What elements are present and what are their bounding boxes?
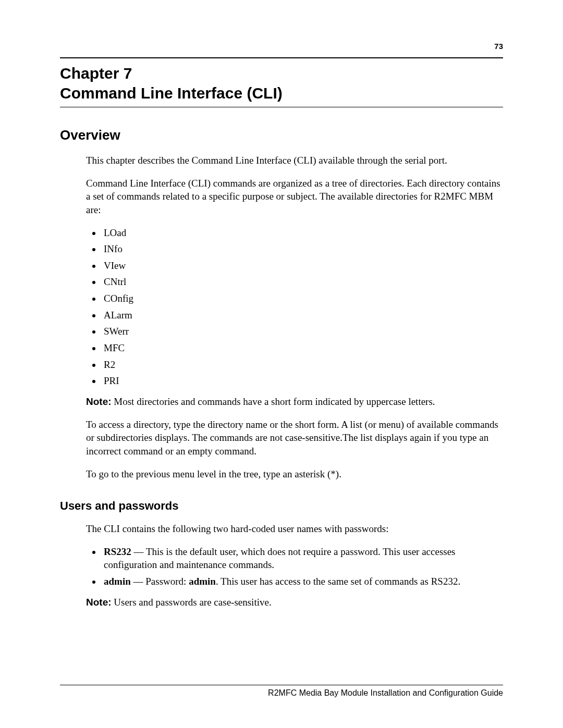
chapter-header: Chapter 7 Command Line Interface (CLI) [60, 57, 503, 107]
user-item-rs232: RS232 — This is the default user, which … [102, 545, 503, 572]
note-text: Users and passwords are case-sensitive. [112, 597, 272, 608]
dir-item: ALarm [102, 309, 503, 322]
user-desc: This is the default user, which does not… [104, 546, 456, 571]
overview-p1: This chapter describes the Command Line … [86, 154, 503, 167]
users-list: RS232 — This is the default user, which … [86, 545, 503, 588]
user-password: admin [189, 576, 216, 587]
users-note: Note: Users and passwords are case-sensi… [86, 596, 503, 609]
dir-item: COnfig [102, 292, 503, 305]
user-sep: — [131, 546, 146, 557]
dir-item: INfo [102, 242, 503, 256]
dir-item: MFC [102, 341, 503, 355]
dir-item: CNtrl [102, 275, 503, 289]
page-footer: R2MFC Media Bay Module Installation and … [60, 685, 503, 698]
user-pre: Password: [145, 576, 189, 587]
dir-item: SWerr [102, 325, 503, 338]
overview-body: This chapter describes the Command Line … [86, 154, 503, 480]
note-label: Note: [86, 597, 112, 608]
overview-p2: Command Line Interface (CLI) commands ar… [86, 177, 503, 217]
directory-list: LOad INfo VIew CNtrl COnfig ALarm SWerr … [86, 226, 503, 388]
note-label: Note: [86, 396, 112, 407]
page-number: 73 [494, 42, 503, 51]
user-item-admin: admin — Password: admin. This user has a… [102, 575, 503, 588]
dir-item: PRI [102, 374, 503, 388]
dir-item: LOad [102, 226, 503, 240]
overview-note: Note: Most directories and commands have… [86, 395, 503, 409]
overview-heading: Overview [60, 127, 503, 143]
user-sep: — [131, 576, 146, 587]
footer-rule [60, 685, 503, 685]
user-name: RS232 [104, 546, 131, 557]
overview-p3: To access a directory, type the director… [86, 418, 503, 458]
users-heading: Users and passwords [60, 499, 503, 513]
page: 73 Chapter 7 Command Line Interface (CLI… [0, 0, 563, 728]
user-desc: . This user has access to the same set o… [216, 576, 460, 587]
chapter-label: Chapter 7 [60, 64, 503, 83]
dir-item: R2 [102, 358, 503, 372]
overview-p4: To go to the previous menu level in the … [86, 467, 503, 481]
footer-text: R2MFC Media Bay Module Installation and … [60, 688, 503, 698]
note-text: Most directories and commands have a sho… [112, 396, 435, 407]
chapter-title: Command Line Interface (CLI) [60, 83, 503, 103]
dir-item: VIew [102, 259, 503, 273]
users-p1: The CLI contains the following two hard-… [86, 522, 503, 536]
user-name: admin [104, 576, 131, 587]
users-body: The CLI contains the following two hard-… [86, 522, 503, 609]
